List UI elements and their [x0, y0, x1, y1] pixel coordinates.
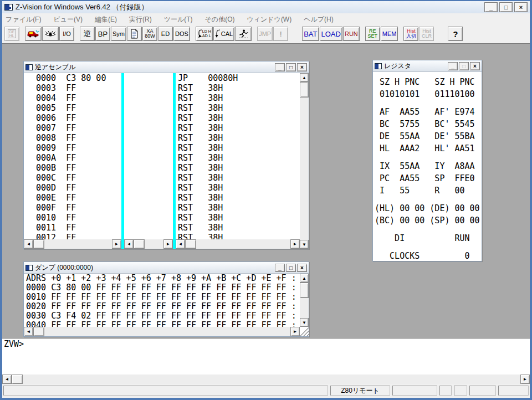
- menu-help[interactable]: ヘルプ(H): [304, 15, 334, 24]
- minimize-button[interactable]: _: [275, 264, 285, 272]
- mem-button[interactable]: MEM: [381, 27, 398, 41]
- minimize-button[interactable]: _: [275, 63, 285, 71]
- disasm-window: 逆アセンブル _ □ × 0000 C3 80 000003 FF0004 FF…: [23, 61, 309, 249]
- resize-grip[interactable]: [300, 327, 309, 336]
- scroll-track[interactable]: [196, 239, 290, 249]
- vertical-scrollbar[interactable]: ▲▼: [300, 73, 309, 249]
- window-title: Z-Vision for Windows Ver6.42 （付録版）: [16, 2, 149, 12]
- scroll-thumb[interactable]: [300, 82, 309, 98]
- minimize-button[interactable]: _: [484, 2, 498, 12]
- run-button[interactable]: RUN: [343, 27, 360, 41]
- disassemble-button[interactable]: 逆: [80, 27, 95, 41]
- scroll-arrow-right[interactable]: ►: [520, 375, 530, 384]
- horizontal-scrollbar[interactable]: ◄►: [24, 327, 300, 336]
- io-button[interactable]: I/O: [59, 27, 74, 41]
- reset-button-label: RESET: [368, 29, 378, 39]
- scroll-track[interactable]: [44, 239, 112, 249]
- close-button[interactable]: ×: [297, 264, 307, 272]
- disasm-row: 0007 FF: [36, 123, 121, 133]
- dump-titlebar[interactable]: ダンプ (0000:0000) _ □ ×: [24, 262, 309, 274]
- reset-car-button[interactable]: [25, 27, 42, 41]
- disasm-row: 000B FF: [36, 163, 121, 173]
- editor-button[interactable]: ED: [158, 27, 173, 41]
- load-button[interactable]: LOAD: [320, 27, 342, 41]
- command-console[interactable]: ZVW>: [2, 338, 530, 375]
- disasm-row: RST 38H: [178, 223, 300, 233]
- dump-pane[interactable]: ADRS +0 +1 +2 +3 +4 +5 +6 +7 +8 +9 +A +B…: [24, 274, 300, 327]
- scroll-arrow-left[interactable]: ◄: [24, 327, 33, 336]
- close-button[interactable]: ×: [514, 2, 528, 12]
- close-button[interactable]: ×: [297, 63, 307, 71]
- scroll-thumb[interactable]: [185, 239, 196, 249]
- scroll-track[interactable]: [44, 327, 290, 336]
- scroll-arrow-down[interactable]: ▼: [300, 318, 309, 327]
- hist-clear-button-label: HistCLR: [422, 29, 432, 39]
- disasm-titlebar[interactable]: 逆アセンブル _ □ ×: [24, 61, 309, 73]
- vertical-scrollbar[interactable]: ▲▼: [300, 274, 309, 327]
- xa80w-button[interactable]: XA80W: [142, 27, 157, 41]
- status-panel: [498, 386, 529, 396]
- hist-toggle-button[interactable]: Hist入切: [403, 27, 418, 41]
- menu-tools[interactable]: ツール(T): [164, 15, 193, 24]
- dump-row: 0040 FF FF FF FF FF FF FF FF FF FF FF FF…: [26, 321, 300, 327]
- menu-exec[interactable]: 実行(R): [129, 15, 152, 24]
- scroll-arrow-left[interactable]: ◄: [124, 239, 134, 249]
- step-over-button[interactable]: CAL: [213, 27, 234, 41]
- status-panel: [454, 386, 467, 396]
- scroll-arrow-up[interactable]: ▲: [300, 73, 309, 82]
- status-panel: [3, 386, 328, 396]
- maximize-button[interactable]: □: [286, 63, 296, 71]
- scroll-track[interactable]: [145, 239, 163, 249]
- horizontal-scrollbar[interactable]: ◄►: [24, 239, 121, 249]
- scroll-thumb[interactable]: [134, 239, 145, 249]
- scroll-track[interactable]: [300, 98, 309, 240]
- registers-title: レジスタ: [384, 61, 411, 71]
- dump-title: ダンプ (0000:0000): [35, 263, 93, 273]
- symbol-button[interactable]: Sym: [111, 27, 126, 41]
- disasm-row: 000F FF: [36, 203, 121, 213]
- maximize-button[interactable]: □: [499, 2, 513, 12]
- horizontal-scrollbar[interactable]: ◄►: [124, 239, 173, 249]
- scroll-track[interactable]: [23, 375, 520, 384]
- scroll-thumb[interactable]: [300, 283, 309, 298]
- scroll-arrow-right[interactable]: ►: [290, 239, 300, 249]
- menu-others[interactable]: その他(O): [205, 15, 235, 24]
- source-button[interactable]: [127, 27, 142, 41]
- help-button[interactable]: ?: [448, 27, 463, 41]
- scroll-thumb[interactable]: [33, 327, 44, 336]
- watch-eye-button[interactable]: [42, 27, 59, 41]
- menu-edit[interactable]: 編集(E): [95, 15, 117, 24]
- console-horizontal-scrollbar[interactable]: ◄►: [2, 375, 530, 384]
- reset-button[interactable]: RESET: [365, 27, 380, 41]
- disasm-address-pane[interactable]: 0000 C3 80 000003 FF0004 FF0005 FF0006 F…: [24, 73, 121, 239]
- titlebar[interactable]: Z-Vision for Windows Ver6.42 （付録版） _ □ ×: [2, 1, 530, 13]
- scroll-arrow-up[interactable]: ▲: [300, 274, 309, 283]
- scroll-track[interactable]: [300, 298, 309, 318]
- scroll-arrow-left[interactable]: ◄: [2, 375, 12, 384]
- scroll-thumb[interactable]: [33, 239, 44, 249]
- step-into-button[interactable]: LD HAD L: [196, 27, 213, 41]
- scroll-arrow-left[interactable]: ◄: [176, 239, 185, 249]
- menu-file[interactable]: ファイル(F): [6, 15, 41, 24]
- scroll-arrow-right[interactable]: ►: [290, 327, 300, 336]
- scroll-arrow-right[interactable]: ►: [163, 239, 173, 249]
- disasm-label-pane[interactable]: [124, 73, 173, 239]
- scroll-arrow-left[interactable]: ◄: [24, 239, 33, 249]
- registers-titlebar[interactable]: レジスタ _ □ ×: [373, 60, 482, 72]
- bat-button[interactable]: BAT: [302, 27, 319, 41]
- trace-run-button[interactable]: [235, 27, 252, 41]
- menu-window[interactable]: ウィンドウ(W): [247, 15, 291, 24]
- scroll-arrow-down[interactable]: ▼: [300, 240, 309, 249]
- breakpoint-button[interactable]: BP: [95, 27, 110, 41]
- horizontal-scrollbar[interactable]: ◄►: [176, 239, 300, 249]
- minimize-button[interactable]: _: [448, 62, 458, 70]
- menu-view[interactable]: ビュー(V): [53, 15, 83, 24]
- scroll-arrow-right[interactable]: ►: [112, 239, 121, 249]
- scroll-thumb[interactable]: [12, 375, 23, 384]
- disasm-row: RST 38H: [178, 123, 300, 133]
- close-button[interactable]: ×: [470, 62, 480, 70]
- disasm-code-pane[interactable]: JP 00080HRST 38HRST 38HRST 38HRST 38HRST…: [176, 73, 300, 239]
- dos-button[interactable]: DOS: [173, 27, 190, 41]
- status-panel-mode: Z80リモート: [330, 386, 390, 396]
- maximize-button[interactable]: □: [286, 264, 296, 272]
